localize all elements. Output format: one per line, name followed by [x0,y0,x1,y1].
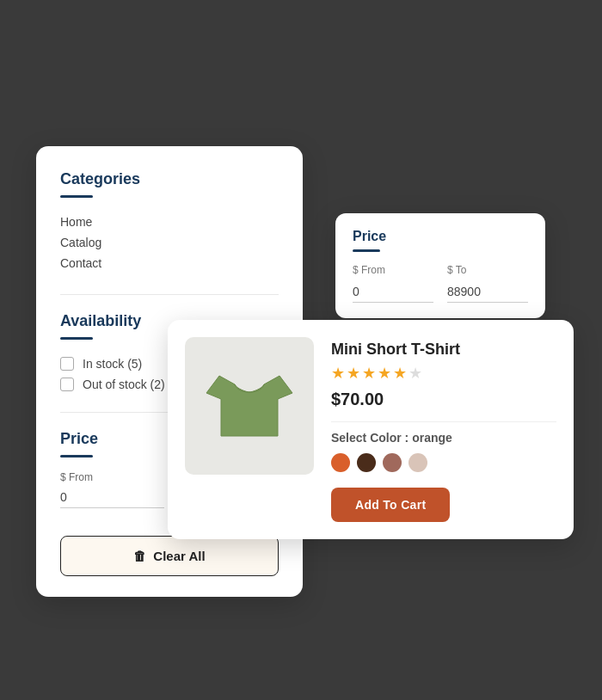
add-to-cart-button[interactable]: Add To Cart [331,488,450,522]
product-info: Mini Short T-Shirt ★★★★★★ $70.00 Select … [331,337,556,522]
price-underline [60,455,93,457]
color-label-text: Select Color : [331,431,408,445]
out-of-stock-checkbox[interactable] [60,378,74,391]
categories-underline [60,195,93,198]
price-card-to-label: $ To [447,264,528,276]
price-card-from-col: $ From [353,264,433,303]
price-from-field: $ From [60,471,164,508]
price-card-to-col: $ To [447,264,528,303]
clear-all-button[interactable]: 🗑 Clear All [60,536,279,576]
product-image-wrap [185,337,314,475]
nav-home[interactable]: Home [60,212,279,232]
nav-links: Home Catalog Contact [60,212,279,273]
clear-all-label: Clear All [153,549,205,563]
price-card-title: Price [353,229,528,244]
in-stock-label: In stock (5) [83,357,142,371]
trash-icon: 🗑 [133,549,146,563]
color-label: Select Color : orange [331,431,556,445]
color-swatch-brown-dark[interactable] [357,453,376,472]
product-name: Mini Short T-Shirt [331,341,556,359]
product-stars: ★★★★★★ [331,364,556,383]
color-swatch-orange[interactable] [331,453,350,472]
price-card-to-input[interactable] [447,281,528,303]
selected-color-text: orange [412,431,452,445]
product-divider [331,421,556,422]
price-from-label: $ From [60,471,164,483]
out-of-stock-label: Out of stock (2) [83,378,165,391]
nav-contact[interactable]: Contact [60,253,279,273]
color-swatches [331,453,556,472]
divider-1 [60,294,279,295]
price-card-underline [353,249,380,252]
price-card-from-input[interactable] [353,281,433,303]
categories-title: Categories [60,170,279,188]
color-swatch-beige[interactable] [408,453,427,472]
color-swatch-brown-light[interactable] [383,453,402,472]
product-price: $70.00 [331,390,556,409]
availability-underline [60,337,93,340]
product-card: Mini Short T-Shirt ★★★★★★ $70.00 Select … [168,320,574,539]
price-from-input[interactable] [60,487,164,508]
product-image [202,359,297,453]
price-card-from-label: $ From [353,264,433,276]
price-card: Price $ From $ To [335,213,545,318]
price-card-inputs: $ From $ To [353,264,528,303]
nav-catalog[interactable]: Catalog [60,232,279,253]
in-stock-checkbox[interactable] [60,357,74,371]
